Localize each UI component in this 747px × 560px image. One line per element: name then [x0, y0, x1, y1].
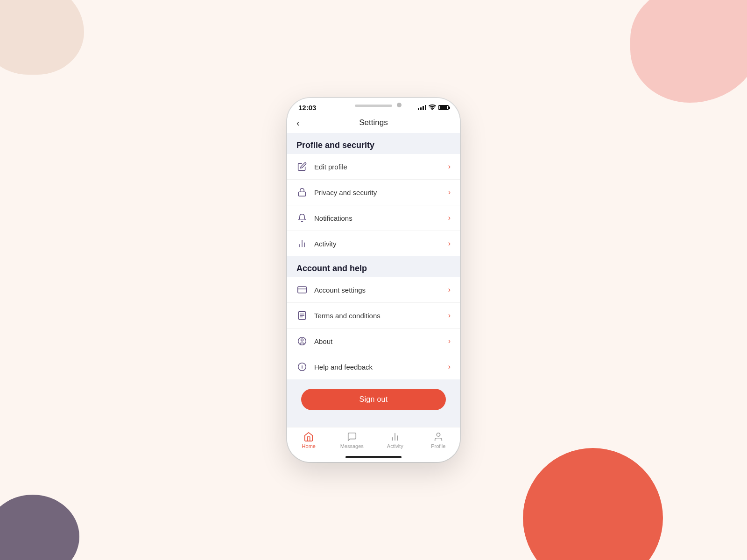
- home-nav-icon: [303, 431, 314, 442]
- notch-pill: [355, 105, 392, 107]
- bottom-nav: Home Messages Activity: [287, 427, 460, 452]
- svg-rect-1: [299, 192, 306, 196]
- back-button[interactable]: ‹: [296, 118, 300, 128]
- status-time: 12:03: [298, 104, 316, 112]
- signal-bar-2: [420, 107, 422, 110]
- nav-item-activity[interactable]: Activity: [381, 431, 409, 449]
- page-title: Settings: [359, 118, 388, 127]
- chevron-edit-profile: ›: [448, 162, 451, 171]
- chevron-privacy: ›: [448, 188, 451, 196]
- chevron-account: ›: [448, 286, 451, 294]
- menu-item-terms[interactable]: Terms and conditions ›: [287, 303, 460, 329]
- about-label: About: [314, 337, 448, 345]
- menu-group-profile: Edit profile › Privacy and security ›: [287, 154, 460, 256]
- menu-item-about[interactable]: About ›: [287, 329, 460, 354]
- account-settings-label: Account settings: [314, 286, 448, 294]
- menu-group-account: Account settings › Terms and conditions …: [287, 277, 460, 379]
- chevron-help: ›: [448, 363, 451, 371]
- chevron-terms: ›: [448, 311, 451, 320]
- phone-frame: 12:03 ‹ Settings: [287, 98, 460, 462]
- person-circle-icon: [296, 336, 308, 347]
- signal-bar-3: [423, 106, 424, 110]
- blob-top-right: [630, 0, 747, 103]
- signal-bar-1: [418, 108, 419, 110]
- signal-bars: [418, 105, 426, 110]
- terms-label: Terms and conditions: [314, 312, 448, 320]
- home-bar: [287, 452, 460, 462]
- nav-item-home[interactable]: Home: [295, 431, 323, 449]
- phone-content: Profile and security Edit profile ›: [287, 133, 460, 427]
- profile-nav-icon: [433, 431, 444, 442]
- home-bar-pill: [345, 456, 402, 458]
- pencil-icon: [296, 161, 308, 172]
- signal-bar-4: [425, 105, 426, 110]
- home-nav-label: Home: [302, 443, 316, 449]
- lock-icon: [296, 187, 308, 198]
- chevron-notifications: ›: [448, 214, 451, 222]
- edit-profile-label: Edit profile: [314, 163, 448, 171]
- nav-item-profile[interactable]: Profile: [424, 431, 452, 449]
- signout-button[interactable]: Sign out: [301, 389, 446, 410]
- section-header-profile: Profile and security: [287, 133, 460, 154]
- privacy-security-label: Privacy and security: [314, 189, 448, 196]
- svg-rect-5: [298, 287, 306, 293]
- chevron-activity: ›: [448, 239, 451, 248]
- menu-item-help[interactable]: Help and feedback ›: [287, 354, 460, 379]
- chart-icon: [296, 238, 308, 249]
- menu-item-account-settings[interactable]: Account settings ›: [287, 277, 460, 303]
- svg-point-19: [437, 433, 440, 436]
- chevron-about: ›: [448, 337, 451, 345]
- battery-icon: [438, 105, 449, 110]
- messages-nav-label: Messages: [340, 443, 364, 449]
- status-icons: [418, 104, 449, 111]
- status-bar: 12:03: [287, 98, 460, 114]
- menu-item-activity[interactable]: Activity ›: [287, 231, 460, 256]
- blob-top-left: [0, 0, 84, 75]
- svg-point-12: [301, 339, 303, 341]
- help-label: Help and feedback: [314, 363, 448, 371]
- card-icon: [296, 284, 308, 295]
- signout-container: Sign out: [287, 379, 460, 420]
- nav-item-messages[interactable]: Messages: [338, 431, 366, 449]
- doc-icon: [296, 310, 308, 321]
- svg-point-0: [432, 109, 433, 110]
- activity-label: Activity: [314, 240, 448, 248]
- messages-nav-icon: [346, 431, 358, 442]
- menu-item-edit-profile[interactable]: Edit profile ›: [287, 154, 460, 180]
- profile-nav-label: Profile: [431, 443, 445, 449]
- info-circle-icon: [296, 361, 308, 372]
- activity-nav-icon: [389, 431, 401, 442]
- notifications-label: Notifications: [314, 214, 448, 222]
- section-header-account: Account and help: [287, 256, 460, 277]
- blob-bottom-left: [0, 495, 79, 560]
- menu-item-notifications[interactable]: Notifications ›: [287, 205, 460, 231]
- wifi-icon: [429, 104, 436, 111]
- bell-icon: [296, 212, 308, 224]
- blob-bottom-right: [523, 448, 663, 560]
- menu-item-privacy-security[interactable]: Privacy and security ›: [287, 180, 460, 205]
- notch-camera: [397, 103, 402, 107]
- nav-header: ‹ Settings: [287, 114, 460, 133]
- activity-nav-label: Activity: [387, 443, 403, 449]
